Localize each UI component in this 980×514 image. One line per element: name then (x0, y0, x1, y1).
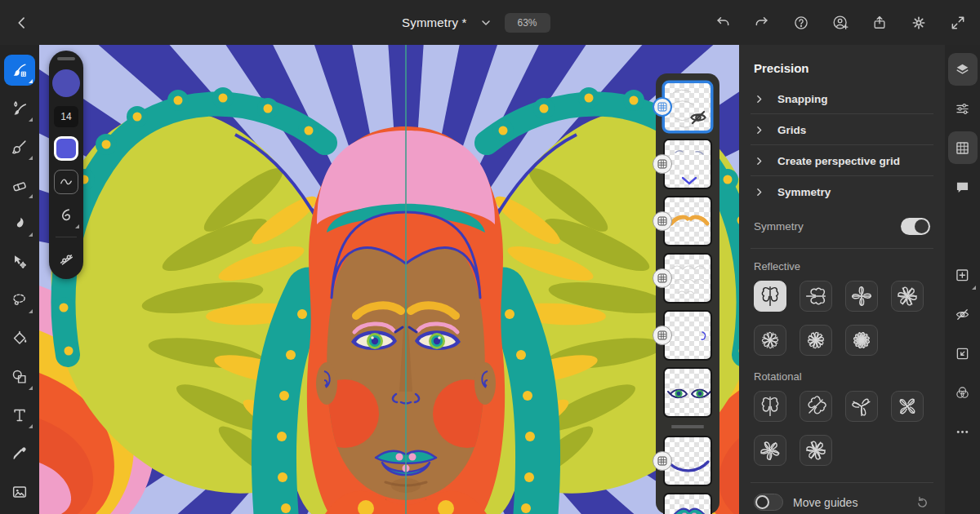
symmetry-fly-v-icon (760, 396, 781, 417)
symmetry-fly-h-icon (805, 286, 826, 307)
title-dropdown-button[interactable] (477, 14, 495, 32)
tool-move[interactable] (4, 246, 35, 277)
symmetry-toggle-label: Symmetry (754, 220, 804, 233)
chevron-right-icon (754, 125, 764, 135)
place-button[interactable] (948, 337, 978, 370)
hide-layer-button[interactable] (948, 298, 978, 330)
layer-badge-lace-pattern[interactable] (653, 268, 672, 288)
pixel-layer-icon (657, 159, 667, 169)
brush-size-value[interactable]: 14 (54, 106, 78, 127)
chevron-left-icon (14, 15, 30, 31)
reflective-horizontal[interactable] (800, 281, 832, 312)
help-button[interactable] (787, 9, 815, 37)
chevron-down-icon (754, 187, 764, 197)
comment-button[interactable] (948, 171, 978, 203)
taper-button[interactable] (54, 203, 78, 228)
layer-badge-sketch[interactable] (653, 97, 672, 117)
section-symmetry[interactable]: Symmetry (754, 176, 930, 206)
reflective-vertical[interactable] (754, 281, 786, 312)
layers-icon (954, 61, 971, 78)
reset-guides-button[interactable] (915, 494, 930, 510)
pixel-layer-icon (657, 216, 667, 226)
tool-eyedropper[interactable] (4, 438, 35, 469)
redo-icon (754, 15, 770, 31)
more-icon (954, 423, 971, 441)
section-grids[interactable]: Grids (754, 114, 930, 144)
symmetry-toggle[interactable] (901, 218, 930, 235)
reflective-ten-part[interactable] (800, 325, 832, 356)
layers-button[interactable] (948, 53, 978, 86)
move-guides-toggle[interactable] (754, 494, 783, 511)
layer-badge-smile-line[interactable] (653, 451, 672, 471)
color-swatch[interactable] (54, 136, 78, 161)
more-button[interactable] (948, 415, 978, 448)
redo-button[interactable] (748, 9, 776, 37)
section-snapping[interactable]: Snapping (754, 83, 930, 113)
precision-grid-button[interactable] (948, 131, 978, 164)
add-layer-icon (954, 267, 971, 284)
rotational-four-segment[interactable] (891, 391, 924, 422)
settings-button[interactable] (905, 9, 933, 37)
smoothing-button[interactable] (54, 170, 78, 194)
rotational-two-segment-diagonal[interactable] (800, 391, 832, 422)
rotational-three-segment[interactable] (845, 391, 878, 422)
brush-preview[interactable] (52, 69, 80, 97)
brush-settings-button[interactable] (54, 246, 78, 271)
reflective-four-part[interactable] (845, 281, 878, 312)
tool-mixer-brush[interactable] (4, 131, 35, 162)
section-perspective-grid[interactable]: Create perspective grid (754, 145, 930, 175)
symmetry-petal3-icon (851, 396, 872, 417)
add-layer-button[interactable] (948, 259, 978, 291)
blend-button[interactable] (948, 376, 978, 409)
symmetry-fly-v-icon (760, 286, 781, 307)
chevron-down-icon (479, 16, 492, 29)
tool-fill[interactable] (4, 323, 35, 354)
layer-badge-lashes[interactable] (653, 154, 672, 174)
layer-badge-eyebrows[interactable] (653, 211, 672, 231)
layer-badge-ear-detail[interactable] (653, 326, 672, 345)
tool-place-image[interactable] (4, 476, 35, 507)
document-title-group: Symmetry * 63% (402, 0, 550, 45)
layer-row-lips (663, 493, 712, 514)
precision-panel: Precision Snapping Grids Create perspect… (739, 45, 945, 514)
invite-button[interactable] (826, 9, 854, 37)
symmetry-petal10-icon (805, 330, 826, 351)
rotational-six-segment[interactable] (800, 435, 832, 466)
move-icon (11, 253, 29, 271)
undo-icon (715, 15, 731, 31)
tool-shapes[interactable] (4, 361, 35, 392)
brush-settings-icon (57, 250, 75, 268)
zoom-level-badge[interactable]: 63% (505, 13, 550, 33)
rotational-two-segment-vertical[interactable] (754, 391, 786, 422)
fullscreen-button[interactable] (944, 9, 972, 37)
tool-smudge[interactable] (4, 208, 35, 239)
smoothing-icon (58, 174, 74, 190)
reflective-label: Reflective (754, 260, 930, 273)
canvas[interactable]: 14 (39, 45, 739, 514)
tool-pixel-brush[interactable] (4, 55, 35, 86)
pixel-brush-icon (11, 61, 29, 79)
reflective-eight-part[interactable] (754, 325, 786, 356)
layer-thumbnail-eyes[interactable] (663, 367, 712, 418)
live-brush-icon (11, 100, 29, 117)
layer-row-eyebrows (663, 196, 712, 246)
reset-icon (915, 494, 930, 510)
symmetry-petal4-icon (897, 396, 918, 417)
layer-row-lace-pattern (663, 253, 712, 304)
reflective-six-part[interactable] (891, 281, 924, 312)
rotational-five-segment[interactable] (754, 435, 786, 466)
tool-text[interactable] (4, 400, 35, 431)
tool-eraser[interactable] (4, 170, 35, 201)
undo-button[interactable] (709, 9, 737, 37)
share-button[interactable] (866, 9, 893, 37)
drag-handle[interactable] (57, 57, 75, 60)
app-window: Symmetry * 63% (0, 0, 980, 514)
tool-live-brush[interactable] (4, 93, 35, 124)
layer-thumbnail-lips[interactable] (663, 493, 712, 514)
section-label: Snapping (777, 93, 828, 105)
place-icon (954, 345, 971, 362)
reflective-twelve-part[interactable] (845, 325, 878, 356)
adjustments-button[interactable] (948, 92, 978, 125)
back-button[interactable] (8, 9, 36, 37)
tool-lasso[interactable] (4, 285, 35, 316)
